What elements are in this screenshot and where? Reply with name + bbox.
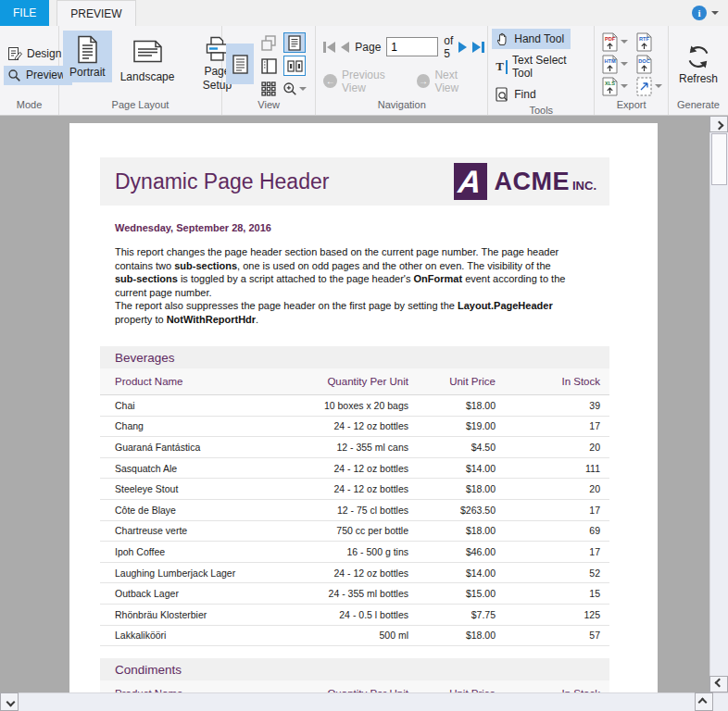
text-select-tool-label: Text Select Tool [512,54,584,80]
next-view-label: Next View [434,69,483,94]
export-html-button[interactable]: HTM [601,55,628,74]
continuous-page-icon [288,35,301,51]
table-cell: Ipoh Coffee [100,546,301,557]
table-row: Outback Lager24 - 355 ml bottles$15.0015 [100,583,609,605]
beverages-table: Product NameQuantity Per UnitUnit PriceI… [100,368,609,646]
table-cell: 69 [503,525,609,536]
table-cell: 12 - 75 cl bottles [301,505,408,516]
chevron-right-icon [698,697,708,706]
custom-export-dropdown-caret[interactable] [655,84,662,88]
table-cell: 111 [503,463,609,474]
hand-tool-button[interactable]: Hand Tool [492,29,571,49]
next-page-button[interactable] [458,42,467,53]
html-dropdown-caret[interactable] [621,62,628,66]
design-icon [7,46,22,61]
ribbon-group-generate: Refresh Generate [669,26,728,115]
zoom-button[interactable] [283,79,306,99]
report-date: Wednesday, September 28, 2016 [115,222,609,233]
table-cell: 500 ml [301,630,408,641]
last-page-button[interactable] [472,42,484,53]
table-cell: $46.00 [408,546,503,557]
group-label-mode: Mode [4,99,55,115]
export-doc-button[interactable]: DOC [635,55,662,74]
ribbon-group-mode: Design Preview Mode [0,26,59,115]
table-cell: Rhönbräu Klosterbier [100,609,301,620]
html-file-icon: HTM [601,55,619,74]
table-cell: 15 [503,588,609,599]
find-button[interactable]: Find [492,84,542,105]
landscape-label: Landscape [120,70,175,84]
vertical-scrollbar-thumb[interactable] [711,133,727,185]
table-cell: 17 [503,546,609,557]
portrait-page-icon [76,35,99,64]
table-cell: 12 - 355 ml cans [301,442,408,453]
table-header-row: Product NameQuantity Per UnitUnit PriceI… [100,680,609,692]
column-header: Quantity Per Unit [301,376,408,387]
table-cell: 52 [503,568,609,579]
scroll-down-button[interactable] [709,676,728,692]
table-cell: $18.00 [408,630,503,641]
info-dropdown-caret[interactable] [711,11,719,15]
ribbon-group-navigation: Page of 5 ← Previous View → Next View [316,26,488,115]
galley-mode-button[interactable] [257,32,280,53]
table-cell: 125 [503,609,609,620]
tab-file[interactable]: FILE [0,0,49,26]
sidebar-panel-button[interactable] [257,56,280,76]
table-cell: $7.75 [408,609,503,620]
table-cell: Lakkalikööri [100,630,301,641]
landscape-button[interactable]: Landscape [114,31,182,87]
portrait-button[interactable]: Portrait [63,31,112,82]
group-label-view: View [226,99,311,115]
previous-view-button[interactable]: ← Previous View [323,69,410,94]
next-view-button[interactable]: → Next View [417,69,484,94]
info-icon[interactable] [692,6,707,20]
ribbon-group-view: View [222,26,316,115]
scroll-up-button[interactable] [709,116,728,132]
report-title: Dynamic Page Header [115,169,329,194]
multipage-grid-button[interactable] [257,79,280,99]
page-number-input[interactable] [386,37,438,56]
export-pdf-button[interactable]: PDF [601,32,628,52]
table-row: Chang24 - 12 oz bottles$19.0017 [100,417,609,438]
two-page-view-button[interactable] [283,56,306,76]
pdf-dropdown-caret[interactable] [621,40,628,44]
table-header-row: Product NameQuantity Per UnitUnit PriceI… [100,368,609,395]
single-page-view-button[interactable] [226,44,254,84]
text-select-tool-button[interactable]: T Text Select Tool [492,51,590,82]
find-icon [496,87,509,102]
table-row: Sasquatch Ale24 - 12 oz bottles$14.00111 [100,458,609,480]
xls-dropdown-caret[interactable] [621,84,628,88]
previous-page-button[interactable] [341,42,349,53]
sidebar-panel-icon [261,58,277,74]
table-cell: Chai [100,400,301,411]
table-row: Laughing Lumberjack Lager24 - 12 oz bott… [100,563,609,584]
table-cell: $18.00 [408,525,503,536]
scroll-right-button[interactable] [695,692,713,711]
export-custom-button[interactable] [635,77,662,96]
table-cell: 24 - 12 oz bottles [301,463,408,474]
export-xls-button[interactable]: XLS [601,77,628,96]
zoom-in-icon [282,81,297,96]
first-page-button[interactable] [323,42,335,53]
export-rtf-button[interactable]: RTF [635,32,662,52]
chevron-up-icon [714,121,723,131]
tabbar-spacer [136,0,692,26]
landscape-page-icon [132,40,163,63]
table-cell: $4.50 [408,442,503,453]
xls-file-icon: XLS [601,77,619,96]
continuous-view-button[interactable] [283,32,306,53]
table-cell: 24 - 355 ml bottles [301,588,408,599]
scroll-left-button[interactable] [0,692,19,711]
single-page-icon [232,55,248,74]
horizontal-scrollbar[interactable] [0,692,728,711]
section-header-beverages: Beverages [100,346,609,368]
zoom-dropdown-caret[interactable] [299,87,307,91]
vertical-scrollbar[interactable] [709,116,728,692]
svg-text:RTF: RTF [639,36,649,42]
design-button[interactable]: Design [4,44,68,64]
tab-preview[interactable]: PREVIEW [56,0,135,26]
table-body: Chai10 boxes x 20 bags$18.0039Chang24 - … [100,395,609,646]
refresh-button[interactable]: Refresh [672,39,724,89]
table-cell: 24 - 12 oz bottles [301,420,408,431]
section-name: Beverages [115,351,175,365]
